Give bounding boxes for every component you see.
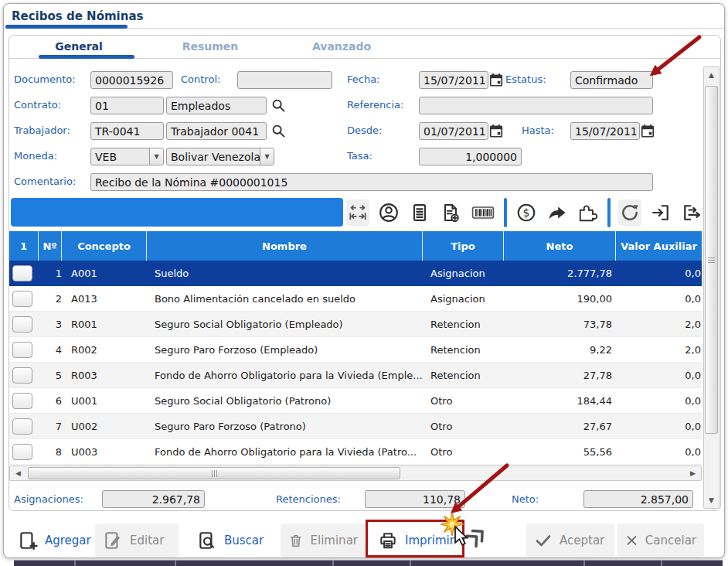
- estatus-label: Estatus:: [505, 73, 546, 85]
- document-add-icon[interactable]: [439, 199, 462, 226]
- col-header-neto[interactable]: Neto: [504, 231, 616, 261]
- cell-valor-auxiliar: 0,0: [616, 268, 702, 279]
- user-icon[interactable]: [377, 199, 400, 226]
- aceptar-button[interactable]: Aceptar: [526, 523, 614, 557]
- trabajador-code-field[interactable]: TR-0041: [90, 122, 164, 140]
- documento-label: Documento:: [14, 73, 76, 85]
- cell-numero: 5: [39, 370, 62, 381]
- cancelar-button[interactable]: Cancelar: [617, 523, 704, 557]
- table-row[interactable]: 7U002Seguro Paro Forzoso (Patrono)Otro27…: [9, 414, 702, 439]
- row-checkbox[interactable]: [12, 265, 32, 281]
- forward-arrow-icon[interactable]: [546, 199, 569, 226]
- table-row[interactable]: 6U001Seguro Social Obligatorio (Patrono)…: [9, 388, 702, 414]
- moneda-code-select[interactable]: VEB ▼: [90, 148, 164, 165]
- row-select-cell[interactable]: [9, 316, 39, 332]
- scroll-left-icon[interactable]: ◀: [10, 466, 26, 480]
- trabajador-name-field[interactable]: Trabajador 0041: [166, 122, 267, 140]
- cell-concepto: A001: [62, 268, 147, 279]
- row-checkbox[interactable]: [12, 342, 32, 358]
- cell-neto: 55,56: [504, 446, 616, 458]
- row-checkbox[interactable]: [12, 316, 32, 332]
- refresh-icon[interactable]: [618, 199, 641, 226]
- estatus-field[interactable]: Confirmado: [570, 71, 653, 89]
- buscar-label: Buscar: [224, 534, 264, 547]
- comentario-field[interactable]: Recibo de la Nómina #0000001015: [90, 173, 653, 191]
- contrato-code-field[interactable]: 01: [90, 97, 164, 114]
- scroll-right-icon[interactable]: ▶: [685, 466, 701, 480]
- imprimir-button[interactable]: Imprimir: [370, 523, 462, 557]
- currency-dollar-icon[interactable]: $: [515, 199, 538, 226]
- panel-vertical-scrollbar[interactable]: ▲ ▼: [703, 66, 719, 509]
- row-checkbox[interactable]: [12, 418, 32, 435]
- table-row[interactable]: 8U003Fondo de Ahorro Obligatorio para la…: [9, 439, 702, 465]
- col-header-valor-auxiliar[interactable]: Valor Auxiliar: [616, 231, 702, 261]
- desde-calendar-icon[interactable]: [489, 124, 505, 139]
- table-row[interactable]: 5R003Fondo de Ahorro Obligatorio para la…: [9, 363, 702, 388]
- col-header-select[interactable]: 1: [9, 231, 39, 261]
- editar-button[interactable]: Editar: [95, 523, 179, 557]
- desde-field[interactable]: 01/07/2011: [419, 122, 488, 140]
- barcode-icon[interactable]: [470, 199, 496, 226]
- control-field[interactable]: [237, 71, 332, 89]
- moneda-code-value: VEB: [95, 151, 117, 163]
- moneda-name-dropdown-icon[interactable]: ▼: [260, 148, 274, 165]
- table-row[interactable]: 3R001Seguro Social Obligatorio (Empleado…: [9, 312, 702, 337]
- row-select-cell[interactable]: [9, 367, 39, 384]
- desde-label: Desde:: [347, 124, 382, 136]
- table-row[interactable]: 4R002Seguro Paro Forzoso (Empleado)Reten…: [9, 337, 702, 363]
- row-select-cell[interactable]: [9, 418, 39, 435]
- cell-numero: 6: [39, 395, 62, 407]
- table-row[interactable]: 1A001SueldoAsignacion2.777,780,0: [9, 261, 702, 286]
- neto-label: Neto:: [512, 493, 539, 505]
- table-row[interactable]: 2A013Bono Alimentación cancelado en suel…: [9, 286, 702, 312]
- scroll-up-icon[interactable]: ▲: [704, 67, 719, 83]
- eliminar-button[interactable]: Eliminar: [281, 523, 366, 557]
- agregar-button[interactable]: Agregar: [10, 523, 99, 557]
- resize-arrows-icon[interactable]: [346, 199, 369, 226]
- cell-tipo: Asignacion: [423, 268, 504, 279]
- active-tab-underline: [39, 55, 134, 59]
- col-header-tipo[interactable]: Tipo: [423, 231, 504, 261]
- cell-neto: 190,00: [504, 293, 616, 305]
- row-select-cell[interactable]: [9, 291, 39, 307]
- hasta-calendar-icon[interactable]: [641, 124, 656, 139]
- window-title: Recibos de Nóminas: [12, 9, 143, 23]
- cell-concepto: U001: [62, 395, 147, 407]
- tab-avanzado[interactable]: Avanzado: [280, 40, 403, 53]
- moneda-name-select[interactable]: Bolivar Venezolano ▼: [166, 148, 274, 165]
- cell-numero: 8: [39, 446, 62, 458]
- moneda-code-dropdown-icon[interactable]: ▼: [149, 148, 163, 165]
- contrato-name-field[interactable]: Empleados: [166, 97, 267, 114]
- row-select-cell[interactable]: [9, 265, 39, 281]
- hasta-field[interactable]: 15/07/2011: [570, 122, 640, 140]
- tab-resumen[interactable]: Resumen: [152, 40, 268, 53]
- row-checkbox[interactable]: [12, 367, 32, 384]
- referencia-field[interactable]: [419, 97, 653, 114]
- row-select-cell[interactable]: [9, 342, 39, 358]
- trabajador-search-icon[interactable]: [270, 123, 286, 138]
- row-select-cell[interactable]: [9, 393, 39, 409]
- row-select-cell[interactable]: [9, 444, 39, 460]
- col-header-nombre[interactable]: Nombre: [147, 231, 423, 261]
- buscar-button[interactable]: Buscar: [189, 523, 271, 557]
- row-checkbox[interactable]: [12, 291, 32, 307]
- import-icon[interactable]: [649, 199, 672, 226]
- scroll-down-icon[interactable]: ▼: [704, 493, 719, 508]
- tab-general[interactable]: General: [25, 40, 133, 53]
- col-header-concepto[interactable]: Concepto: [62, 231, 147, 261]
- document-icon[interactable]: [408, 199, 431, 226]
- tasa-field[interactable]: 1,000000: [419, 148, 522, 165]
- export-icon[interactable]: [680, 199, 703, 226]
- documento-field[interactable]: 0000015926: [90, 71, 173, 89]
- col-header-numero[interactable]: Nº: [39, 231, 62, 261]
- row-checkbox[interactable]: [12, 444, 32, 460]
- grid-toolbar: $: [346, 197, 703, 227]
- contrato-search-icon[interactable]: [270, 97, 286, 113]
- row-checkbox[interactable]: [12, 393, 32, 409]
- hscroll-thumb[interactable]: [28, 467, 400, 479]
- fecha-calendar-icon[interactable]: [489, 73, 505, 88]
- fecha-field[interactable]: 15/07/2011: [419, 71, 488, 89]
- plugin-puzzle-icon[interactable]: [577, 199, 600, 226]
- grid-horizontal-scrollbar[interactable]: ◀ ▶: [9, 465, 702, 481]
- vscroll-thumb[interactable]: [705, 86, 718, 434]
